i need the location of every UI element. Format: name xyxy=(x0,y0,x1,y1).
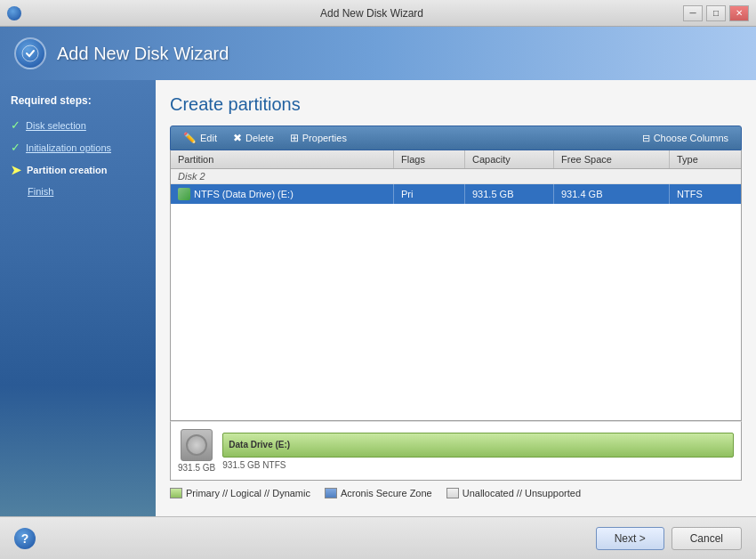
sidebar-item-disk-selection[interactable]: ✓ Disk selection xyxy=(0,114,156,136)
legend-primary: Primary // Logical // Dynamic xyxy=(170,488,310,498)
window-controls: ─ □ ✕ xyxy=(683,5,749,21)
sidebar-item-init-options[interactable]: ✓ Initialization options xyxy=(0,136,156,158)
help-area: ? xyxy=(14,528,589,549)
arrow-icon: ➤ xyxy=(11,163,21,177)
properties-label: Properties xyxy=(302,133,347,143)
legend-unalloc-label: Unallocated // Unsupported xyxy=(462,488,581,498)
disk-icon-area: 931.5 GB xyxy=(178,429,215,473)
disk-label-row: Disk 2 xyxy=(171,169,741,184)
toolbar: ✏️ Edit ✖ Delete ⊞ Properties ⊟ Choose C… xyxy=(170,126,742,150)
legend-acronis-box xyxy=(325,488,337,498)
help-icon[interactable]: ? xyxy=(14,528,36,549)
header-icon xyxy=(14,37,46,69)
choose-columns-button[interactable]: ⊟ Choose Columns xyxy=(635,130,736,147)
sidebar: Required steps: ✓ Disk selection ✓ Initi… xyxy=(0,80,156,516)
next-button[interactable]: Next > xyxy=(596,527,664,550)
table-row[interactable]: NTFS (Data Drive) (E:) Pri 931.5 GB 931.… xyxy=(171,184,741,204)
cell-flags: Pri xyxy=(394,184,465,204)
disk-size-label: 931.5 GB xyxy=(178,463,215,473)
edit-button[interactable]: ✏️ Edit xyxy=(176,129,224,147)
delete-button[interactable]: ✖ Delete xyxy=(226,129,281,147)
legend-unalloc: Unallocated // Unsupported xyxy=(446,488,581,498)
sidebar-section-title: Required steps: xyxy=(0,94,156,114)
legend: Primary // Logical // Dynamic Acronis Se… xyxy=(170,481,742,502)
properties-button[interactable]: ⊞ Properties xyxy=(283,129,354,147)
cell-capacity: 931.5 GB xyxy=(465,184,554,204)
col-freespace: Free Space xyxy=(554,150,670,168)
sidebar-link-init-options[interactable]: Initialization options xyxy=(26,142,111,153)
edit-icon: ✏️ xyxy=(183,132,197,144)
cell-type: NTFS xyxy=(670,184,741,204)
partition-table: Partition Flags Capacity Free Space Type… xyxy=(170,150,742,421)
disk-info: 931.5 GB NTFS xyxy=(222,460,734,470)
legend-unalloc-box xyxy=(446,488,459,498)
sidebar-item-partition-creation[interactable]: ➤ Partition creation xyxy=(0,158,156,182)
minimize-button[interactable]: ─ xyxy=(683,5,703,21)
cell-partition-name: NTFS (Data Drive) (E:) xyxy=(171,184,394,204)
legend-primary-box xyxy=(170,488,182,498)
maximize-button[interactable]: □ xyxy=(706,5,726,21)
legend-acronis: Acronis Secure Zone xyxy=(325,488,432,498)
disk-bar-label: Data Drive (E:) xyxy=(229,440,290,450)
delete-label: Delete xyxy=(245,133,274,143)
header: Add New Disk Wizard xyxy=(0,27,756,80)
check-icon-2: ✓ xyxy=(11,141,20,154)
disk-visual-area: 931.5 GB Data Drive (E:) 931.5 GB NTFS xyxy=(170,421,742,481)
disk-bar: Data Drive (E:) xyxy=(222,433,734,458)
disk-icon xyxy=(181,429,213,461)
footer: ? Next > Cancel xyxy=(0,516,756,559)
cancel-button[interactable]: Cancel xyxy=(672,527,742,550)
main-panel: Create partitions ✏️ Edit ✖ Delete ⊞ Pro… xyxy=(156,80,756,516)
col-capacity: Capacity xyxy=(465,150,554,168)
window-title: Add New Disk Wizard xyxy=(60,7,683,20)
col-partition: Partition xyxy=(171,150,394,168)
cell-freespace: 931.4 GB xyxy=(554,184,670,204)
disk-icon-inner xyxy=(186,434,207,456)
window-body: Add New Disk Wizard Required steps: ✓ Di… xyxy=(0,27,756,559)
disk-bar-container: Data Drive (E:) 931.5 GB NTFS xyxy=(222,433,734,470)
edit-label: Edit xyxy=(200,133,217,143)
sidebar-link-disk-selection[interactable]: Disk selection xyxy=(26,120,86,131)
table-header: Partition Flags Capacity Free Space Type xyxy=(171,150,741,169)
properties-icon: ⊞ xyxy=(290,132,299,144)
col-type: Type xyxy=(670,150,741,168)
check-icon: ✓ xyxy=(11,118,20,132)
partition-name-text: NTFS (Data Drive) (E:) xyxy=(194,189,294,199)
partition-icon xyxy=(178,188,190,200)
header-title: Add New Disk Wizard xyxy=(57,44,229,64)
legend-acronis-label: Acronis Secure Zone xyxy=(341,488,432,498)
col-flags: Flags xyxy=(394,150,465,168)
close-button[interactable]: ✕ xyxy=(729,5,749,21)
sidebar-item-finish[interactable]: Finish xyxy=(0,182,156,201)
svg-point-0 xyxy=(22,45,38,61)
sidebar-label-partition-creation: Partition creation xyxy=(27,165,107,175)
content-area: Required steps: ✓ Disk selection ✓ Initi… xyxy=(0,80,756,516)
choose-columns-label: Choose Columns xyxy=(654,133,728,143)
columns-icon: ⊟ xyxy=(642,133,650,144)
title-bar: Add New Disk Wizard ─ □ ✕ xyxy=(0,0,756,27)
sidebar-link-finish[interactable]: Finish xyxy=(28,186,53,197)
legend-primary-label: Primary // Logical // Dynamic xyxy=(186,488,310,498)
delete-icon: ✖ xyxy=(233,132,242,144)
page-title: Create partitions xyxy=(170,94,742,115)
